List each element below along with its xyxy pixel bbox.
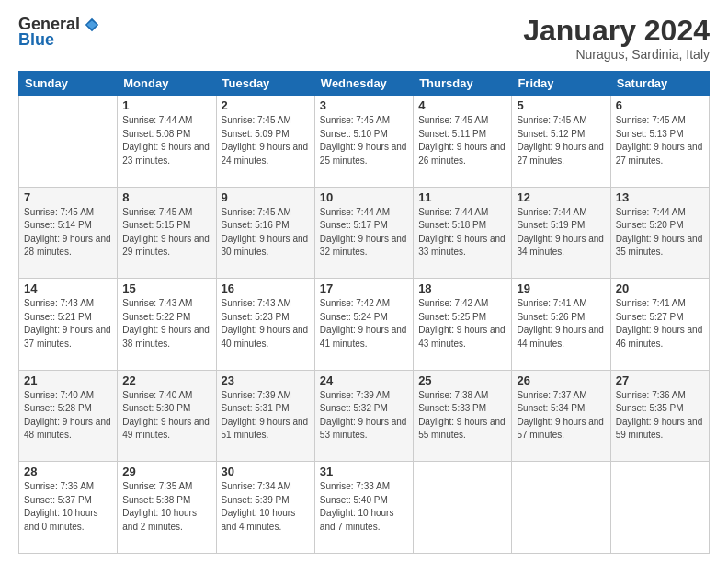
day-info: Sunrise: 7:39 AMSunset: 5:31 PMDaylight:… xyxy=(222,389,310,442)
day-number: 4 xyxy=(418,98,506,112)
day-number: 23 xyxy=(222,373,310,387)
calendar-cell: 13Sunrise: 7:44 AMSunset: 5:20 PMDayligh… xyxy=(610,187,709,279)
day-number: 13 xyxy=(616,190,704,204)
calendar-cell: 7Sunrise: 7:45 AMSunset: 5:14 PMDaylight… xyxy=(19,187,118,279)
day-number: 9 xyxy=(222,190,310,204)
day-number: 31 xyxy=(320,465,408,478)
calendar-cell: 22Sunrise: 7:40 AMSunset: 5:30 PMDayligh… xyxy=(118,370,216,462)
day-info: Sunrise: 7:36 AMSunset: 5:35 PMDaylight:… xyxy=(616,389,704,442)
calendar-cell xyxy=(512,462,610,554)
day-number: 24 xyxy=(320,373,408,387)
calendar-cell: 10Sunrise: 7:44 AMSunset: 5:17 PMDayligh… xyxy=(314,187,413,279)
day-number: 18 xyxy=(418,282,506,295)
day-info: Sunrise: 7:42 AMSunset: 5:24 PMDaylight:… xyxy=(320,297,408,350)
calendar-cell: 26Sunrise: 7:37 AMSunset: 5:34 PMDayligh… xyxy=(512,370,610,462)
day-info: Sunrise: 7:45 AMSunset: 5:15 PMDaylight:… xyxy=(122,206,210,259)
col-saturday: Saturday xyxy=(610,72,709,96)
calendar-cell: 14Sunrise: 7:43 AMSunset: 5:21 PMDayligh… xyxy=(19,279,118,371)
day-number: 20 xyxy=(616,282,704,295)
day-number: 10 xyxy=(320,190,408,204)
col-thursday: Thursday xyxy=(414,72,512,96)
page: General Blue January 2024 Nuragus, Sardi… xyxy=(0,0,728,563)
logo-icon xyxy=(84,17,100,33)
day-info: Sunrise: 7:45 AMSunset: 5:12 PMDaylight:… xyxy=(517,114,605,167)
day-info: Sunrise: 7:34 AMSunset: 5:39 PMDaylight:… xyxy=(222,480,310,534)
calendar-week-4: 28Sunrise: 7:36 AMSunset: 5:37 PMDayligh… xyxy=(19,462,710,554)
col-tuesday: Tuesday xyxy=(216,72,314,96)
calendar-cell xyxy=(19,96,118,188)
day-info: Sunrise: 7:44 AMSunset: 5:17 PMDaylight:… xyxy=(320,206,408,259)
calendar-cell xyxy=(414,462,512,554)
title-block: January 2024 Nuragus, Sardinia, Italy xyxy=(523,15,710,62)
day-info: Sunrise: 7:44 AMSunset: 5:19 PMDaylight:… xyxy=(517,206,605,259)
day-number: 29 xyxy=(122,465,210,478)
day-info: Sunrise: 7:41 AMSunset: 5:27 PMDaylight:… xyxy=(616,297,704,350)
day-info: Sunrise: 7:45 AMSunset: 5:16 PMDaylight:… xyxy=(222,206,310,259)
calendar-cell: 15Sunrise: 7:43 AMSunset: 5:22 PMDayligh… xyxy=(118,279,216,371)
calendar-cell: 12Sunrise: 7:44 AMSunset: 5:19 PMDayligh… xyxy=(512,187,610,279)
day-info: Sunrise: 7:40 AMSunset: 5:30 PMDaylight:… xyxy=(122,389,210,442)
day-number: 30 xyxy=(222,465,310,478)
calendar-cell: 9Sunrise: 7:45 AMSunset: 5:16 PMDaylight… xyxy=(216,187,314,279)
calendar-cell xyxy=(610,462,709,554)
col-monday: Monday xyxy=(118,72,216,96)
day-info: Sunrise: 7:45 AMSunset: 5:10 PMDaylight:… xyxy=(320,114,408,167)
day-info: Sunrise: 7:44 AMSunset: 5:08 PMDaylight:… xyxy=(122,114,210,167)
day-number: 7 xyxy=(24,190,112,204)
calendar-cell: 28Sunrise: 7:36 AMSunset: 5:37 PMDayligh… xyxy=(19,462,118,554)
calendar-cell: 21Sunrise: 7:40 AMSunset: 5:28 PMDayligh… xyxy=(19,370,118,462)
header-row: Sunday Monday Tuesday Wednesday Thursday… xyxy=(19,72,710,96)
calendar-cell: 8Sunrise: 7:45 AMSunset: 5:15 PMDaylight… xyxy=(118,187,216,279)
calendar-cell: 3Sunrise: 7:45 AMSunset: 5:10 PMDaylight… xyxy=(314,96,413,188)
day-info: Sunrise: 7:44 AMSunset: 5:18 PMDaylight:… xyxy=(418,206,506,259)
calendar-cell: 17Sunrise: 7:42 AMSunset: 5:24 PMDayligh… xyxy=(314,279,413,371)
day-info: Sunrise: 7:45 AMSunset: 5:14 PMDaylight:… xyxy=(24,206,112,259)
logo: General Blue xyxy=(18,15,100,50)
day-number: 25 xyxy=(418,373,506,387)
day-number: 12 xyxy=(517,190,605,204)
calendar-cell: 2Sunrise: 7:45 AMSunset: 5:09 PMDaylight… xyxy=(216,96,314,188)
calendar-cell: 30Sunrise: 7:34 AMSunset: 5:39 PMDayligh… xyxy=(216,462,314,554)
calendar-cell: 1Sunrise: 7:44 AMSunset: 5:08 PMDaylight… xyxy=(118,96,216,188)
day-info: Sunrise: 7:41 AMSunset: 5:26 PMDaylight:… xyxy=(517,297,605,350)
day-info: Sunrise: 7:38 AMSunset: 5:33 PMDaylight:… xyxy=(418,389,506,442)
col-sunday: Sunday xyxy=(19,72,118,96)
day-info: Sunrise: 7:43 AMSunset: 5:22 PMDaylight:… xyxy=(122,297,210,350)
calendar-cell: 31Sunrise: 7:33 AMSunset: 5:40 PMDayligh… xyxy=(314,462,413,554)
calendar-table: Sunday Monday Tuesday Wednesday Thursday… xyxy=(18,71,710,554)
day-number: 16 xyxy=(222,282,310,295)
calendar-week-0: 1Sunrise: 7:44 AMSunset: 5:08 PMDaylight… xyxy=(19,96,710,188)
day-number: 14 xyxy=(24,282,112,295)
header: General Blue January 2024 Nuragus, Sardi… xyxy=(18,15,710,62)
day-number: 3 xyxy=(320,98,408,112)
day-number: 5 xyxy=(517,98,605,112)
calendar-week-3: 21Sunrise: 7:40 AMSunset: 5:28 PMDayligh… xyxy=(19,370,710,462)
calendar-cell: 23Sunrise: 7:39 AMSunset: 5:31 PMDayligh… xyxy=(216,370,314,462)
day-number: 28 xyxy=(24,465,112,478)
day-info: Sunrise: 7:37 AMSunset: 5:34 PMDaylight:… xyxy=(517,389,605,442)
day-info: Sunrise: 7:45 AMSunset: 5:13 PMDaylight:… xyxy=(616,114,704,167)
day-number: 2 xyxy=(222,98,310,112)
day-number: 19 xyxy=(517,282,605,295)
day-info: Sunrise: 7:36 AMSunset: 5:37 PMDaylight:… xyxy=(24,480,112,534)
day-info: Sunrise: 7:33 AMSunset: 5:40 PMDaylight:… xyxy=(320,480,408,534)
day-info: Sunrise: 7:35 AMSunset: 5:38 PMDaylight:… xyxy=(122,480,210,534)
calendar-cell: 20Sunrise: 7:41 AMSunset: 5:27 PMDayligh… xyxy=(610,279,709,371)
day-info: Sunrise: 7:45 AMSunset: 5:11 PMDaylight:… xyxy=(418,114,506,167)
subtitle: Nuragus, Sardinia, Italy xyxy=(523,47,710,62)
logo-blue: Blue xyxy=(18,30,54,50)
calendar-cell: 5Sunrise: 7:45 AMSunset: 5:12 PMDaylight… xyxy=(512,96,610,188)
day-number: 27 xyxy=(616,373,704,387)
day-number: 21 xyxy=(24,373,112,387)
calendar-cell: 11Sunrise: 7:44 AMSunset: 5:18 PMDayligh… xyxy=(414,187,512,279)
day-number: 11 xyxy=(418,190,506,204)
main-title: January 2024 xyxy=(523,15,710,47)
day-info: Sunrise: 7:43 AMSunset: 5:21 PMDaylight:… xyxy=(24,297,112,350)
day-info: Sunrise: 7:43 AMSunset: 5:23 PMDaylight:… xyxy=(222,297,310,350)
calendar-cell: 19Sunrise: 7:41 AMSunset: 5:26 PMDayligh… xyxy=(512,279,610,371)
calendar-cell: 29Sunrise: 7:35 AMSunset: 5:38 PMDayligh… xyxy=(118,462,216,554)
day-number: 15 xyxy=(122,282,210,295)
calendar-cell: 24Sunrise: 7:39 AMSunset: 5:32 PMDayligh… xyxy=(314,370,413,462)
day-info: Sunrise: 7:39 AMSunset: 5:32 PMDaylight:… xyxy=(320,389,408,442)
calendar-cell: 6Sunrise: 7:45 AMSunset: 5:13 PMDaylight… xyxy=(610,96,709,188)
